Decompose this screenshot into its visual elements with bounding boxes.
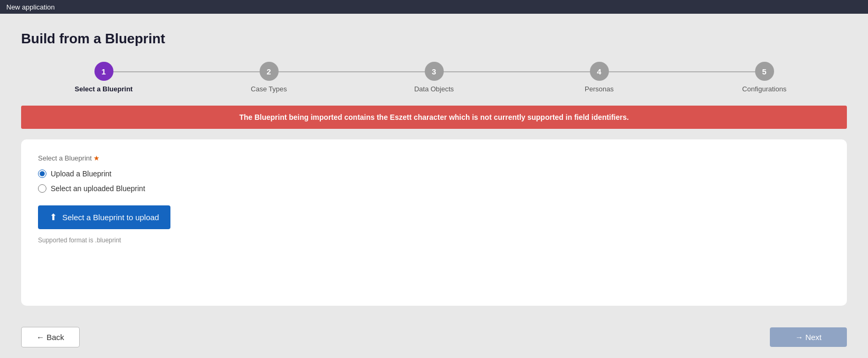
radio-select-option[interactable]: Select an uploaded Blueprint [38,184,830,193]
next-button[interactable]: → Next [770,327,847,347]
radio-upload-input[interactable] [38,169,46,178]
radio-upload-label: Upload a Blueprint [51,169,111,178]
step-circle-1: 1 [94,62,113,81]
step-label-5: Configurations [742,85,787,93]
field-label: Select a Blueprint★ [38,154,830,162]
main-content: Build from a Blueprint 1 Select a Bluepr… [0,14,868,316]
upload-icon: ⬆ [50,212,57,223]
upload-button[interactable]: ⬆ Select a Blueprint to upload [38,205,170,229]
back-button-label: ← Back [36,333,64,342]
footer: ← Back → Next [0,316,868,358]
step-label-2: Case Types [251,85,287,93]
step-circle-2: 2 [260,62,279,81]
step-label-4: Personas [585,85,614,93]
supported-format-text: Supported format is .blueprint [38,237,830,244]
step-1: 1 Select a Blueprint [21,62,186,93]
step-label-3: Data Objects [414,85,454,93]
step-circle-5: 5 [755,62,774,81]
upload-button-label: Select a Blueprint to upload [62,213,159,222]
back-button[interactable]: ← Back [21,327,80,347]
radio-select-label: Select an uploaded Blueprint [51,184,145,193]
radio-upload-option[interactable]: Upload a Blueprint [38,169,830,178]
step-2: 2 Case Types [186,62,351,93]
radio-select-input[interactable] [38,184,46,193]
step-circle-3: 3 [425,62,444,81]
step-label-1: Select a Blueprint [75,85,133,93]
step-3: 3 Data Objects [351,62,517,93]
step-5: 5 Configurations [682,62,847,93]
form-card: Select a Blueprint★ Upload a Blueprint S… [21,139,847,306]
error-banner: The Blueprint being imported contains th… [21,106,847,129]
page-title: Build from a Blueprint [21,31,847,47]
next-button-label: → Next [795,333,822,342]
step-circle-4: 4 [590,62,609,81]
topbar: New application [0,0,868,14]
topbar-title: New application [6,3,55,11]
error-message: The Blueprint being imported contains th… [239,113,628,121]
stepper: 1 Select a Blueprint 2 Case Types 3 Data… [21,62,847,93]
required-indicator: ★ [93,154,100,162]
step-4: 4 Personas [517,62,682,93]
radio-group: Upload a Blueprint Select an uploaded Bl… [38,169,830,193]
